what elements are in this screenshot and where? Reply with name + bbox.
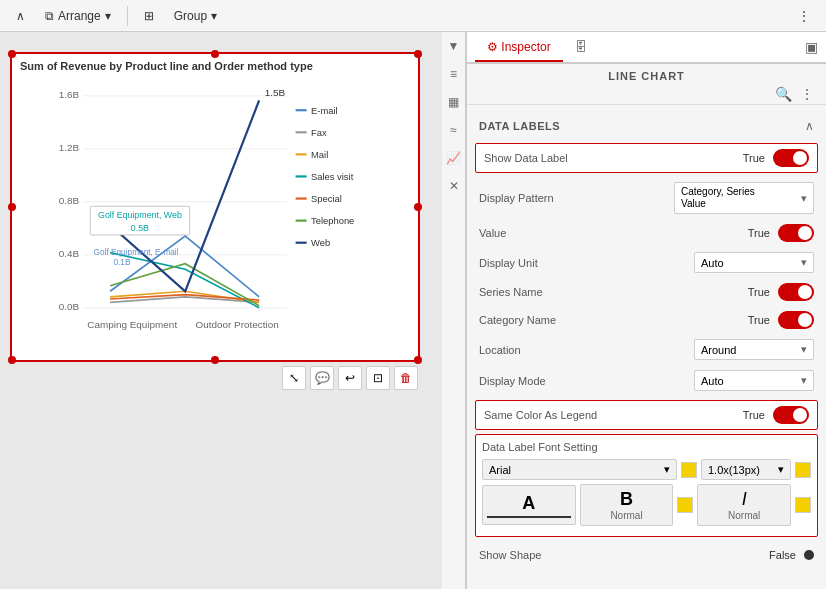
svg-text:Web: Web [311,238,330,248]
font-italic-button[interactable]: I Normal [697,484,791,526]
toolbar: ∧ ⧉ Arrange ▾ ⊞ Group ▾ ⋮ [0,0,826,32]
resize-tool-button[interactable]: ⤡ [282,366,306,390]
arrange-icon: ⧉ [45,9,54,23]
same-color-section: Same Color As Legend True [475,400,818,430]
show-data-label-row: Show Data Label True [476,144,817,172]
value-row: Value True [467,219,826,247]
filter-icon[interactable]: ▼ [444,36,464,56]
svg-text:Outdoor Protection: Outdoor Protection [195,319,278,330]
svg-text:0.4B: 0.4B [59,248,80,259]
svg-text:Fax: Fax [311,128,327,138]
font-size-arrow-icon: ▾ [778,463,784,476]
location-dropdown[interactable]: Around ▾ [694,339,814,360]
display-mode-dropdown[interactable]: Auto ▾ [694,370,814,391]
show-data-label-section: Show Data Label True [475,143,818,173]
italic-i-icon: I [742,489,747,510]
display-pattern-row: Display Pattern Category, SeriesValue ▾ [467,177,826,219]
group-button[interactable]: Group ▾ [166,5,225,27]
show-data-label-toggle[interactable] [773,149,809,167]
underline-indicator [487,516,571,518]
handle-tl[interactable] [8,50,16,58]
chart-svg: 1.6B 1.2B 0.8B 0.4B 0.0B Camping Equipme… [12,76,418,352]
svg-rect-18 [296,109,307,111]
svg-text:1.5B: 1.5B [265,87,286,98]
canvas-area: Sum of Revenue by Product line and Order… [0,32,442,589]
svg-text:Mail: Mail [311,150,328,160]
svg-text:Special: Special [311,194,342,204]
font-bold-color-swatch[interactable] [677,497,693,513]
chart-container: 1.6B 1.2B 0.8B 0.4B 0.0B Camping Equipme… [12,76,418,352]
more-icon: ⋮ [798,9,810,23]
font-italic-color-swatch[interactable] [795,497,811,513]
svg-text:0.1B: 0.1B [113,258,130,267]
underline-a-icon: A [522,493,535,514]
show-shape-row: Show Shape False [467,541,826,569]
arrange-button[interactable]: ⧉ Arrange ▾ [37,5,119,27]
display-unit-dropdown[interactable]: Auto ▾ [694,252,814,273]
series-name-toggle[interactable] [778,283,814,301]
font-style-row: A B Normal I Normal [482,484,811,526]
handle-bm[interactable] [211,356,219,364]
chart-icon[interactable]: ▦ [444,92,464,112]
toolbar-separator [127,6,128,26]
font-size-dropdown[interactable]: 1.0x(13px) ▾ [701,459,791,480]
link-icon[interactable]: ✕ [444,176,464,196]
more-options-icon[interactable]: ⋮ [800,86,814,102]
nav-back-button[interactable]: ∧ [8,5,33,27]
font-underline-button[interactable]: A [482,485,576,525]
handle-br[interactable] [414,356,422,364]
handle-bl[interactable] [8,356,16,364]
chart-widget[interactable]: Sum of Revenue by Product line and Order… [10,52,420,362]
display-mode-row: Display Mode Auto ▾ [467,365,826,396]
dropdown-arrow-icon: ▾ [801,192,807,205]
tab-inspector[interactable]: ⚙ Inspector [475,34,563,62]
show-shape-indicator [804,550,814,560]
display-mode-arrow-icon: ▾ [801,374,807,387]
tab-database[interactable]: 🗄 [563,34,599,62]
inspector-content: DATA LABELS ∧ Show Data Label True Displ… [467,109,826,589]
category-name-toggle[interactable] [778,311,814,329]
arrange-chevron-icon: ▾ [105,9,111,23]
font-name-dropdown[interactable]: Arial ▾ [482,459,677,480]
panel-icon[interactable]: ▣ [805,39,818,55]
database-icon: 🗄 [575,40,587,54]
layout-icon: ⊞ [144,9,154,23]
category-name-row: Category Name True [467,306,826,334]
more-button[interactable]: ⋮ [790,5,818,27]
fields-icon[interactable]: ≡ [444,64,464,84]
collapse-button[interactable]: ∧ [805,119,814,133]
svg-rect-28 [296,220,307,222]
same-color-toggle[interactable] [773,406,809,424]
font-bold-button[interactable]: B Normal [580,484,674,526]
svg-text:0.0B: 0.0B [59,301,80,312]
svg-text:Sales visit: Sales visit [311,172,354,182]
font-size-color-swatch[interactable] [795,462,811,478]
nav-back-icon: ∧ [16,9,25,23]
delete-tool-button[interactable]: 🗑 [394,366,418,390]
svg-text:0.8B: 0.8B [59,195,80,206]
handle-tr[interactable] [414,50,422,58]
chart-toolbar: ⤡ 💬 ↩ ⊡ 🗑 [282,366,418,390]
trend-icon[interactable]: ≈ [444,120,464,140]
value-toggle[interactable] [778,224,814,242]
search-icon[interactable]: 🔍 [775,86,792,102]
svg-rect-20 [296,131,307,133]
group-chevron-icon: ▾ [211,9,217,23]
svg-rect-22 [296,153,307,155]
copy-tool-button[interactable]: ⊡ [366,366,390,390]
svg-rect-30 [296,242,307,244]
layout-button[interactable]: ⊞ [136,5,162,27]
location-row: Location Around ▾ [467,334,826,365]
font-setting-section: Data Label Font Setting Arial ▾ 1.0x(13p… [475,434,818,537]
series-name-row: Series Name True [467,278,826,306]
display-pattern-dropdown[interactable]: Category, SeriesValue ▾ [674,182,814,214]
svg-text:0.5B: 0.5B [131,223,149,233]
comment-tool-button[interactable]: 💬 [310,366,334,390]
font-color-swatch[interactable] [681,462,697,478]
svg-text:Golf Equipment, E-mail: Golf Equipment, E-mail [94,248,179,257]
handle-tm[interactable] [211,50,219,58]
data-labels-header: DATA LABELS ∧ [467,113,826,139]
analytics-icon[interactable]: 📈 [444,148,464,168]
font-name-row: Arial ▾ 1.0x(13px) ▾ [482,459,811,480]
share-tool-button[interactable]: ↩ [338,366,362,390]
